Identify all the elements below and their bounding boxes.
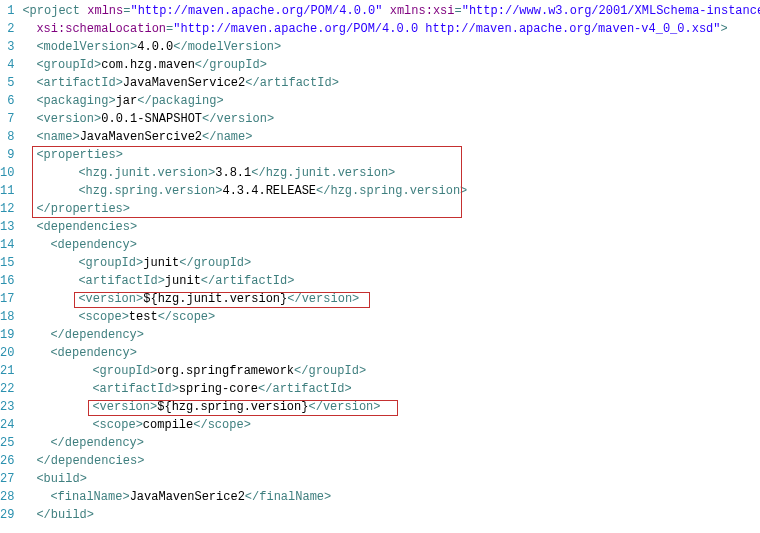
line-number: 15: [0, 254, 14, 272]
line-number: 2: [0, 20, 14, 38]
code-line: <finalName>JavaMavenSerice2</finalName>: [22, 488, 760, 506]
line-number: 19: [0, 326, 14, 344]
line-number: 12: [0, 200, 14, 218]
line-number: 3: [0, 38, 14, 56]
line-number: 16: [0, 272, 14, 290]
line-number: 21: [0, 362, 14, 380]
line-number-gutter: 1234567891011121314151617181920212223242…: [0, 2, 22, 524]
code-line: <artifactId>JavaMavenService2</artifactI…: [22, 74, 760, 92]
code-line: <hzg.junit.version>3.8.1</hzg.junit.vers…: [22, 164, 760, 182]
code-line: <version>${hzg.spring.version}</version>: [22, 398, 760, 416]
code-line: <hzg.spring.version>4.3.4.RELEASE</hzg.s…: [22, 182, 760, 200]
code-line: <artifactId>junit</artifactId>: [22, 272, 760, 290]
code-line: <version>${hzg.junit.version}</version>: [22, 290, 760, 308]
line-number: 18: [0, 308, 14, 326]
line-number: 11: [0, 182, 14, 200]
line-number: 17: [0, 290, 14, 308]
line-number: 6: [0, 92, 14, 110]
code-line: <build>: [22, 470, 760, 488]
code-line: <artifactId>spring-core</artifactId>: [22, 380, 760, 398]
code-line: <groupId>org.springframework</groupId>: [22, 362, 760, 380]
code-line: </build>: [22, 506, 760, 524]
line-number: 1: [0, 2, 14, 20]
line-number: 23: [0, 398, 14, 416]
line-number: 9: [0, 146, 14, 164]
code-content: <project xmlns="http://maven.apache.org/…: [22, 2, 760, 524]
code-line: </dependency>: [22, 434, 760, 452]
line-number: 8: [0, 128, 14, 146]
line-number: 27: [0, 470, 14, 488]
code-editor: 1234567891011121314151617181920212223242…: [0, 0, 760, 526]
code-line: <groupId>com.hzg.maven</groupId>: [22, 56, 760, 74]
code-line: </dependency>: [22, 326, 760, 344]
code-line: xsi:schemaLocation="http://maven.apache.…: [22, 20, 760, 38]
code-line: <project xmlns="http://maven.apache.org/…: [22, 2, 760, 20]
code-line: <dependency>: [22, 236, 760, 254]
code-line: <scope>test</scope>: [22, 308, 760, 326]
code-line: <scope>compile</scope>: [22, 416, 760, 434]
code-line: <modelVersion>4.0.0</modelVersion>: [22, 38, 760, 56]
line-number: 14: [0, 236, 14, 254]
code-line: <groupId>junit</groupId>: [22, 254, 760, 272]
line-number: 10: [0, 164, 14, 182]
line-number: 4: [0, 56, 14, 74]
code-line: <dependency>: [22, 344, 760, 362]
code-line: </dependencies>: [22, 452, 760, 470]
code-line: <name>JavaMavenSercive2</name>: [22, 128, 760, 146]
line-number: 5: [0, 74, 14, 92]
line-number: 7: [0, 110, 14, 128]
line-number: 26: [0, 452, 14, 470]
code-line: <version>0.0.1-SNAPSHOT</version>: [22, 110, 760, 128]
code-line: <dependencies>: [22, 218, 760, 236]
line-number: 22: [0, 380, 14, 398]
code-line: <packaging>jar</packaging>: [22, 92, 760, 110]
code-line: </properties>: [22, 200, 760, 218]
line-number: 28: [0, 488, 14, 506]
line-number: 13: [0, 218, 14, 236]
line-number: 25: [0, 434, 14, 452]
code-line: <properties>: [22, 146, 760, 164]
line-number: 20: [0, 344, 14, 362]
line-number: 24: [0, 416, 14, 434]
line-number: 29: [0, 506, 14, 524]
